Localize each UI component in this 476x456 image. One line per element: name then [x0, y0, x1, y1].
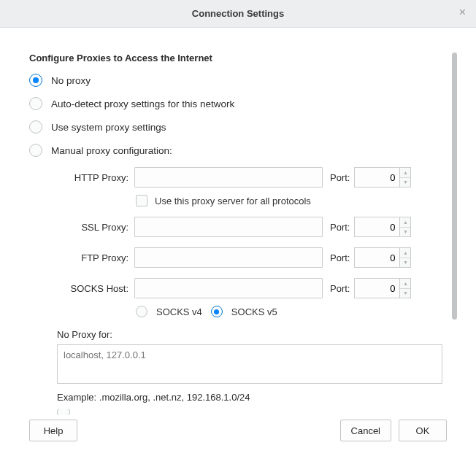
radio-label-use-system: Use system proxy settings	[51, 122, 166, 133]
use-for-all-row[interactable]: Use this proxy server for all protocols	[136, 195, 448, 206]
no-proxy-example: Example: .mozilla.org, .net.nz, 192.168.…	[57, 392, 448, 403]
radio-row-cutoff[interactable]	[57, 409, 448, 415]
socks-host-row: SOCKS Host: Port: ▲ ▼	[57, 278, 448, 298]
ftp-port-label: Port:	[330, 252, 350, 263]
radio-label-no-proxy: No proxy	[51, 75, 91, 86]
cancel-button[interactable]: Cancel	[340, 420, 391, 441]
radio-label-socks-v4: SOCKS v4	[156, 306, 202, 317]
socks-port-stepper[interactable]: ▲ ▼	[399, 278, 411, 298]
http-port-stepper[interactable]: ▲ ▼	[399, 167, 411, 188]
ftp-proxy-input[interactable]	[134, 247, 323, 268]
radio-auto-config-url[interactable]	[57, 409, 70, 415]
radio-no-proxy[interactable]	[29, 74, 42, 87]
stepper-down-icon[interactable]: ▼	[400, 289, 410, 298]
use-for-all-checkbox[interactable]	[136, 195, 147, 206]
ssl-proxy-input[interactable]	[134, 217, 323, 237]
radio-row-auto-detect[interactable]: Auto-detect proxy settings for this netw…	[29, 97, 448, 110]
ssl-port-stepper[interactable]: ▲ ▼	[399, 217, 411, 237]
stepper-down-icon[interactable]: ▼	[400, 258, 410, 268]
section-heading: Configure Proxies to Access the Internet	[29, 53, 448, 63]
http-port-label: Port:	[330, 172, 350, 183]
stepper-up-icon[interactable]: ▲	[400, 279, 410, 289]
stepper-up-icon[interactable]: ▲	[400, 168, 410, 178]
dialog-titlebar: Connection Settings ×	[0, 0, 476, 28]
scrollbar-thumb[interactable]	[452, 53, 457, 320]
ssl-proxy-row: SSL Proxy: Port: ▲ ▼	[57, 217, 448, 237]
dialog-footer: Help Cancel OK	[0, 415, 476, 456]
ftp-port-input[interactable]	[354, 247, 399, 268]
radio-auto-detect[interactable]	[29, 97, 42, 110]
close-icon[interactable]: ×	[459, 7, 466, 18]
socks-port-label: Port:	[330, 283, 350, 294]
radio-socks-v4[interactable]	[136, 306, 147, 317]
no-proxy-for-label: No Proxy for:	[57, 329, 448, 340]
ftp-proxy-label: FTP Proxy:	[57, 252, 130, 263]
ssl-proxy-label: SSL Proxy:	[57, 222, 130, 233]
socks-host-label: SOCKS Host:	[57, 283, 130, 294]
radio-row-no-proxy[interactable]: No proxy	[29, 74, 448, 87]
socks-port-input[interactable]	[354, 278, 399, 298]
http-proxy-row: HTTP Proxy: Port: ▲ ▼	[57, 167, 448, 188]
http-proxy-input[interactable]	[134, 167, 323, 188]
help-button[interactable]: Help	[29, 420, 77, 441]
settings-scroll-area: Configure Proxies to Access the Internet…	[29, 53, 450, 415]
radio-row-use-system[interactable]: Use system proxy settings	[29, 120, 448, 134]
stepper-up-icon[interactable]: ▲	[400, 217, 410, 228]
radio-manual[interactable]	[29, 144, 42, 157]
http-proxy-label: HTTP Proxy:	[57, 172, 130, 183]
dialog-title: Connection Settings	[192, 8, 284, 19]
radio-label-manual: Manual proxy configuration:	[51, 145, 172, 156]
socks-host-input[interactable]	[134, 278, 323, 298]
stepper-up-icon[interactable]: ▲	[400, 248, 410, 258]
ftp-proxy-row: FTP Proxy: Port: ▲ ▼	[57, 247, 448, 268]
stepper-down-icon[interactable]: ▼	[400, 228, 410, 237]
radio-use-system[interactable]	[29, 120, 42, 134]
stepper-down-icon[interactable]: ▼	[400, 178, 410, 188]
use-for-all-label: Use this proxy server for all protocols	[155, 196, 311, 206]
radio-socks-v5[interactable]	[211, 306, 223, 317]
no-proxy-for-textarea[interactable]	[57, 344, 442, 384]
radio-label-auto-detect: Auto-detect proxy settings for this netw…	[51, 98, 234, 109]
ftp-port-stepper[interactable]: ▲ ▼	[399, 247, 411, 268]
ok-button[interactable]: OK	[399, 420, 447, 441]
radio-row-manual[interactable]: Manual proxy configuration:	[29, 144, 448, 157]
http-port-input[interactable]	[354, 167, 399, 188]
ssl-port-input[interactable]	[354, 217, 399, 237]
socks-version-row: SOCKS v4 SOCKS v5	[136, 306, 448, 317]
vertical-scrollbar[interactable]	[452, 53, 458, 415]
radio-label-socks-v5: SOCKS v5	[231, 306, 277, 317]
ssl-port-label: Port:	[330, 222, 350, 233]
